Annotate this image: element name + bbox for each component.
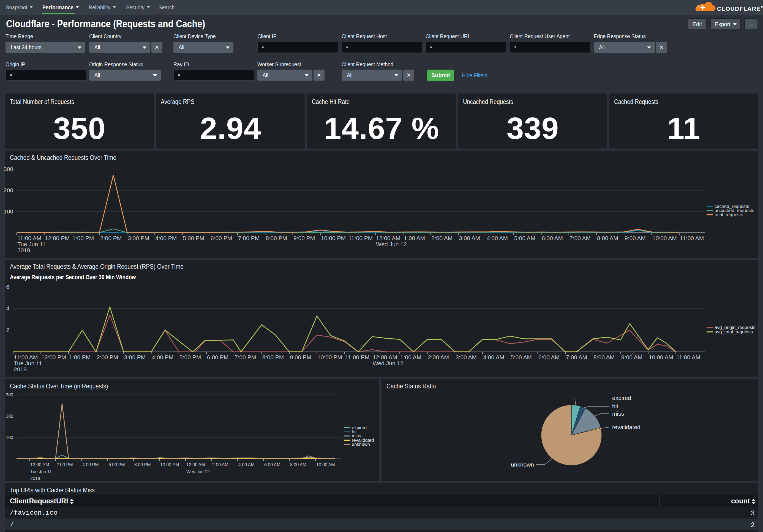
svg-text:6:00 PM: 6:00 PM: [108, 462, 125, 467]
svg-text:5:00 PM: 5:00 PM: [179, 354, 201, 360]
svg-text:10:00 AM: 10:00 AM: [316, 462, 335, 467]
svg-text:8:00 AM: 8:00 AM: [594, 354, 615, 360]
svg-text:4:00 PM: 4:00 PM: [155, 235, 177, 241]
svg-text:100: 100: [6, 435, 13, 440]
svg-text:Wed Jun 12: Wed Jun 12: [373, 360, 403, 366]
svg-text:11:00 AM: 11:00 AM: [14, 354, 38, 360]
svg-text:8:00 PM: 8:00 PM: [266, 235, 287, 241]
svg-text:12:00 AM: 12:00 AM: [373, 354, 397, 360]
svg-text:2019: 2019: [17, 247, 30, 253]
svg-text:1:00 PM: 1:00 PM: [72, 235, 94, 241]
svg-text:10:00 AM: 10:00 AM: [649, 354, 673, 360]
svg-text:2019: 2019: [30, 476, 40, 481]
svg-text:12:00 PM: 12:00 PM: [41, 354, 66, 360]
svg-text:revalidated: revalidated: [612, 424, 640, 430]
svg-text:4:00 AM: 4:00 AM: [487, 235, 508, 241]
svg-text:3:00 AM: 3:00 AM: [456, 354, 477, 360]
svg-text:8:00 PM: 8:00 PM: [262, 354, 284, 360]
svg-text:6:00 AM: 6:00 AM: [538, 354, 560, 360]
svg-text:1:00 AM: 1:00 AM: [404, 235, 425, 241]
svg-text:Tue Jun 11: Tue Jun 11: [14, 360, 42, 366]
svg-text:11:00 PM: 11:00 PM: [345, 354, 370, 360]
svg-text:2:00 PM: 2:00 PM: [97, 354, 118, 360]
svg-text:9:00 AM: 9:00 AM: [621, 354, 642, 360]
svg-text:5:00 AM: 5:00 AM: [514, 235, 535, 241]
svg-text:5:00 AM: 5:00 AM: [510, 354, 532, 360]
svg-text:8:00 AM: 8:00 AM: [597, 235, 618, 241]
svg-text:2:00 AM: 2:00 AM: [431, 235, 453, 241]
svg-text:hit: hit: [612, 403, 618, 409]
svg-text:1:00 PM: 1:00 PM: [69, 354, 91, 360]
svg-text:6:00 AM: 6:00 AM: [542, 235, 563, 241]
svg-text:2:00 PM: 2:00 PM: [100, 235, 122, 241]
svg-text:6:00 PM: 6:00 PM: [211, 235, 232, 241]
svg-text:2:00 AM: 2:00 AM: [428, 354, 449, 360]
svg-text:6:00 AM: 6:00 AM: [264, 462, 280, 467]
svg-text:Wed Jun 12: Wed Jun 12: [186, 469, 210, 474]
svg-text:300: 300: [6, 393, 13, 397]
svg-text:miss: miss: [612, 410, 624, 417]
svg-text:12:00 PM: 12:00 PM: [30, 462, 49, 467]
svg-text:8:00 AM: 8:00 AM: [290, 462, 306, 467]
svg-text:4:00 AM: 4:00 AM: [483, 354, 504, 360]
svg-text:6:00 PM: 6:00 PM: [207, 354, 228, 360]
svg-text:12:00 AM: 12:00 AM: [376, 235, 400, 241]
svg-text:4: 4: [6, 305, 9, 311]
svg-text:7:00 PM: 7:00 PM: [235, 354, 256, 360]
svg-text:6: 6: [6, 284, 9, 290]
svg-text:5:00 PM: 5:00 PM: [183, 235, 204, 241]
svg-text:7:00 AM: 7:00 AM: [566, 354, 587, 360]
svg-text:9:00 PM: 9:00 PM: [290, 354, 311, 360]
svg-text:11:00 AM: 11:00 AM: [676, 354, 700, 360]
svg-text:avg_total_requests: avg_total_requests: [714, 329, 753, 334]
svg-text:11:00 AM: 11:00 AM: [17, 235, 41, 241]
svg-text:11:00 AM: 11:00 AM: [680, 235, 704, 241]
svg-text:2: 2: [6, 327, 9, 333]
svg-text:7:00 AM: 7:00 AM: [570, 235, 591, 241]
svg-text:8:00 PM: 8:00 PM: [134, 462, 151, 467]
svg-text:12:00 AM: 12:00 AM: [186, 462, 205, 467]
svg-text:12:00 PM: 12:00 PM: [45, 235, 70, 241]
svg-text:7:00 PM: 7:00 PM: [238, 235, 260, 241]
svg-text:Tue Jun 11: Tue Jun 11: [30, 469, 52, 474]
svg-text:3:00 PM: 3:00 PM: [128, 235, 149, 241]
svg-text:10:00 PM: 10:00 PM: [321, 235, 346, 241]
svg-text:2:00 PM: 2:00 PM: [56, 462, 73, 467]
svg-text:9:00 AM: 9:00 AM: [624, 235, 646, 241]
svg-text:Tue Jun 11: Tue Jun 11: [17, 241, 46, 247]
svg-text:unknown: unknown: [511, 461, 534, 468]
svg-text:10:00 PM: 10:00 PM: [160, 462, 179, 467]
svg-text:10:00 AM: 10:00 AM: [652, 235, 677, 241]
svg-text:10:00 PM: 10:00 PM: [317, 354, 342, 360]
svg-text:11:00 PM: 11:00 PM: [349, 235, 373, 241]
svg-text:3:00 AM: 3:00 AM: [459, 235, 480, 241]
svg-text:unknown: unknown: [352, 442, 370, 447]
svg-text:200: 200: [6, 414, 13, 419]
svg-text:300: 300: [4, 166, 13, 172]
svg-text:1:00 AM: 1:00 AM: [400, 354, 421, 360]
svg-text:9:00 PM: 9:00 PM: [293, 235, 315, 241]
svg-text:3:00 PM: 3:00 PM: [124, 354, 146, 360]
svg-text:4:00 PM: 4:00 PM: [152, 354, 173, 360]
svg-text:Wed Jun 12: Wed Jun 12: [376, 241, 407, 247]
svg-text:200: 200: [4, 187, 13, 193]
svg-text:2:00 AM: 2:00 AM: [212, 462, 228, 467]
svg-text:2019: 2019: [14, 366, 27, 373]
svg-text:expired: expired: [612, 395, 631, 401]
svg-text:100: 100: [4, 208, 13, 215]
svg-text:total_requests: total_requests: [714, 212, 743, 217]
svg-text:4:00 AM: 4:00 AM: [238, 462, 255, 467]
svg-text:4:00 PM: 4:00 PM: [82, 462, 99, 467]
